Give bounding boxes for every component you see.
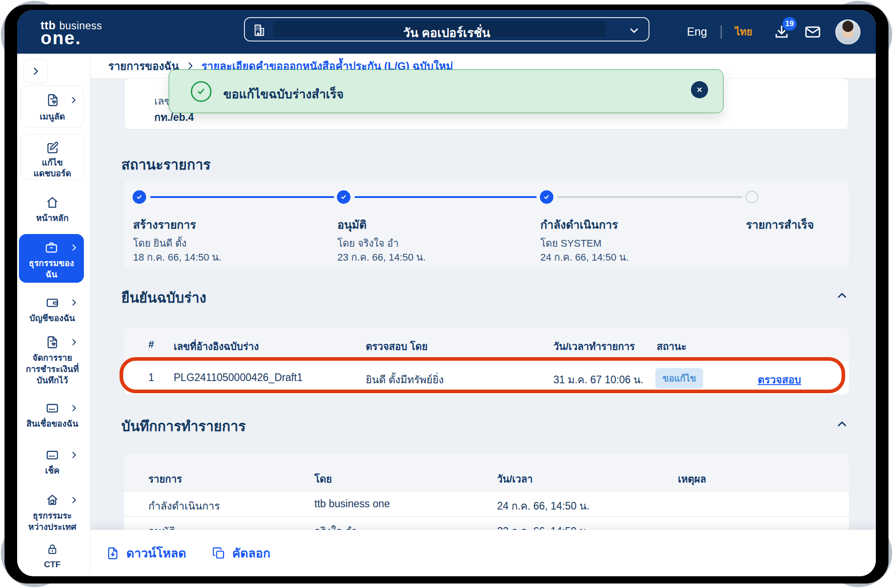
toast-message: ขอแก้ไขฉบับร่างสำเร็จ	[223, 84, 344, 104]
file-download-icon	[106, 546, 120, 560]
sidebar-item-label: หน้าหลัก	[21, 212, 84, 224]
sidebar-item-cheques[interactable]: เช็ค	[21, 444, 84, 482]
sidebar-item-edit-dashboard[interactable]: แก้ไข แดชบอร์ด	[21, 134, 84, 180]
draft-reference: PLG2411050000426_Draft1	[174, 372, 303, 384]
toast-close-button[interactable]	[691, 81, 708, 98]
sidebar-item-label: เมนูลัด	[21, 111, 83, 122]
cheque-icon	[45, 448, 60, 462]
status-badge: ขอแก้ไข	[655, 368, 703, 389]
sidebar-item-my-transactions[interactable]: ธุรกรรมของ ฉัน	[19, 234, 84, 283]
status-section-title: สถานะรายการ	[121, 153, 211, 176]
sidebar-item-saved-payments[interactable]: จัดการราย การชำระเงินที่ บันทึกไว้	[21, 332, 84, 391]
row-number: 1	[148, 372, 154, 384]
timeline-connector	[150, 196, 334, 198]
column-header: รายการ	[148, 471, 182, 487]
sidebar-item-shortcut-menu[interactable]: เมนูลัด	[21, 85, 84, 128]
copy-icon	[212, 546, 226, 560]
drafts-section-title: ยืนยันฉบับร่าง	[121, 286, 206, 309]
chevron-right-icon	[69, 243, 78, 252]
chevron-right-icon	[69, 496, 78, 505]
sidebar-item-label: ธุรกรรมระ	[21, 510, 84, 521]
chevron-up-icon	[835, 417, 849, 431]
table-row: อนุมัติ จริงใจ อำ 23 ก.ค. 66, 14:50 น.	[124, 517, 849, 531]
lang-toggle-en[interactable]: Eng	[687, 25, 707, 38]
timeline-connector	[557, 196, 742, 198]
mail-button[interactable]	[804, 23, 822, 41]
sidebar: เมนูลัด แก้ไข แดชบอร์ด หน้าหลัก	[17, 54, 90, 576]
draft-datetime: 31 ม.ค. 67 10:06 น.	[553, 372, 644, 388]
company-selector[interactable]: วัน คอเปอร์เรชั่น	[244, 17, 649, 41]
sidebar-item-international[interactable]: ธุรกรรมระ หว่างประเทศ	[21, 489, 84, 539]
step-done-icon	[133, 190, 146, 204]
step-date: 23 ก.ค. 66, 14:50 น.	[337, 249, 426, 265]
lang-divider	[721, 25, 722, 39]
review-link[interactable]: ตรวจสอบ	[758, 372, 801, 388]
check-icon	[340, 193, 348, 201]
navbar-right-cluster: Eng ไทย 19	[687, 10, 861, 54]
copy-button-label: คัดลอก	[232, 543, 271, 563]
collapse-log-button[interactable]	[835, 417, 849, 431]
breadcrumb-parent[interactable]: รายการของฉัน	[108, 57, 179, 75]
sidebar-item-label: แก้ไข	[21, 157, 83, 168]
international-transfer-icon	[45, 493, 60, 507]
briefcase-icon	[44, 240, 59, 255]
column-header: วัน/เวลา	[497, 471, 533, 487]
log-table: รายการ โดย วัน/เวลา เหตุผล กำลังดำเนินกา…	[124, 453, 849, 531]
chevron-right-icon	[69, 298, 78, 307]
sidebar-item-my-loans[interactable]: สินเชื่อของฉัน	[21, 397, 84, 435]
sidebar-item-my-accounts[interactable]: บัญชีของฉัน	[21, 292, 84, 330]
download-button[interactable]: ดาวน์โหลด	[106, 543, 186, 563]
column-header: #	[148, 339, 154, 350]
edit-icon	[46, 141, 60, 155]
step-date: 24 ก.ค. 66, 14:50 น.	[540, 249, 629, 265]
sidebar-item-label: การชำระเงินที่	[21, 363, 84, 375]
chevron-down-icon	[628, 24, 640, 37]
step-date: 18 ก.ค. 66, 14:50 น.	[133, 249, 221, 265]
table-row: กำลังดำเนินการ ttb business one 24 ก.ค. …	[124, 492, 849, 516]
check-icon	[135, 193, 143, 201]
sidebar-item-label: แดชบอร์ด	[21, 168, 83, 179]
download-button-label: ดาวน์โหลด	[126, 543, 186, 563]
chevron-right-icon	[69, 338, 78, 347]
sidebar-item-label: CTF	[21, 559, 84, 570]
lock-icon	[46, 542, 59, 556]
table-row: 1 PLG2411050000426_Draft1 ยินดี ตั้งมีทร…	[124, 361, 849, 395]
sidebar-expand-button[interactable]	[23, 59, 48, 83]
home-icon	[45, 195, 60, 210]
step-label: รายการสำเร็จ	[746, 216, 814, 234]
column-header: เลขที่อ้างอิงฉบับร่าง	[174, 339, 259, 354]
lang-toggle-th[interactable]: ไทย	[735, 24, 752, 40]
chevron-right-icon	[69, 404, 78, 413]
step-done-icon	[540, 190, 553, 204]
step-label: อนุมัติ	[337, 216, 367, 234]
mail-icon	[804, 23, 822, 41]
chevron-right-icon	[69, 450, 78, 459]
sidebar-item-ctf[interactable]: CTF	[21, 541, 84, 576]
collapse-drafts-button[interactable]	[835, 289, 849, 302]
chevron-right-icon	[69, 96, 78, 105]
downloads-button[interactable]: 19	[773, 23, 790, 41]
draft-checker: ยินดี ตั้งมีทรัพย์ยิ่ง	[366, 372, 444, 388]
sidebar-item-label: ฉัน	[19, 269, 84, 280]
sidebar-item-label: ธุรกรรมของ	[19, 257, 84, 269]
timeline-connector	[354, 196, 537, 198]
sidebar-item-home[interactable]: หน้าหลัก	[21, 193, 84, 230]
column-header: วัน/เวลาทำรายการ	[553, 339, 635, 354]
column-header: ตรวจสอบ โดย	[366, 339, 428, 354]
sidebar-item-label: บัญชีของฉัน	[21, 312, 84, 324]
step-label: สร้างรายการ	[133, 216, 196, 234]
success-check-icon	[191, 81, 212, 102]
company-name: วัน คอเปอร์เรชั่น	[245, 23, 649, 42]
sidebar-item-label: บันทึกไว้	[21, 375, 84, 386]
step-label: กำลังดำเนินการ	[540, 216, 618, 234]
log-table-header: รายการ โดย วัน/เวลา เหตุผล	[124, 453, 849, 491]
copy-button[interactable]: คัดลอก	[212, 543, 271, 563]
status-timeline-card: สร้างรายการ โดย ยินดี ตั้ง 18 ก.ค. 66, 1…	[124, 180, 849, 269]
avatar[interactable]	[835, 19, 861, 45]
column-header: เหตุผล	[678, 471, 706, 487]
step-by: โดย SYSTEM	[540, 235, 602, 251]
drafts-table: # เลขที่อ้างอิงฉบับร่าง ตรวจสอบ โดย วัน/…	[124, 328, 849, 395]
log-item: กำลังดำเนินการ	[148, 498, 220, 514]
sidebar-item-label: หว่างประเทศ	[21, 521, 84, 533]
screenshot-stage: เลขที่สัญ กท./eb.4 สถานะรายการ สร้างรายก…	[0, 0, 893, 588]
